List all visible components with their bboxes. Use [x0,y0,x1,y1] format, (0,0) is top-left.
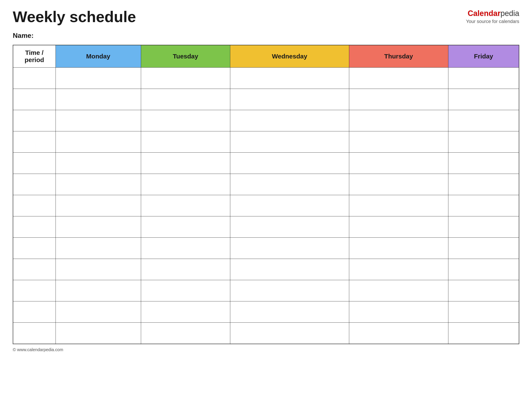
table-cell[interactable] [448,259,519,280]
table-cell[interactable] [13,323,55,344]
table-row [13,323,519,344]
col-header-friday: Friday [448,45,519,68]
table-cell[interactable] [230,110,349,131]
col-header-thursday: Thursday [349,45,448,68]
col-header-monday: Monday [55,45,141,68]
table-cell[interactable] [55,195,141,216]
col-header-time: Time / period [13,45,55,68]
table-cell[interactable] [448,110,519,131]
table-cell[interactable] [230,89,349,110]
table-header-row: Time / period Monday Tuesday Wednesday T… [13,45,519,68]
table-cell[interactable] [13,131,55,153]
table-cell[interactable] [13,216,55,238]
table-cell[interactable] [448,280,519,301]
table-cell[interactable] [141,301,230,323]
table-cell[interactable] [448,174,519,195]
footer: © www.calendarpedia.com [13,347,519,352]
table-cell[interactable] [13,301,55,323]
table-cell[interactable] [230,68,349,89]
brand-name: Calendarpedia [466,9,519,19]
table-cell[interactable] [141,216,230,238]
table-cell[interactable] [55,110,141,131]
table-cell[interactable] [448,89,519,110]
table-row [13,238,519,259]
table-cell[interactable] [448,323,519,344]
table-cell[interactable] [230,280,349,301]
table-row [13,216,519,238]
table-cell[interactable] [230,216,349,238]
table-cell[interactable] [349,280,448,301]
table-cell[interactable] [230,174,349,195]
table-row [13,110,519,131]
table-cell[interactable] [448,153,519,174]
table-cell[interactable] [349,68,448,89]
table-cell[interactable] [349,216,448,238]
table-cell[interactable] [349,174,448,195]
table-cell[interactable] [13,110,55,131]
table-cell[interactable] [448,68,519,89]
table-row [13,280,519,301]
table-cell[interactable] [141,174,230,195]
page-title: Weekly schedule [13,9,136,25]
table-cell[interactable] [141,68,230,89]
table-cell[interactable] [141,323,230,344]
table-cell[interactable] [55,131,141,153]
col-header-tuesday: Tuesday [141,45,230,68]
table-cell[interactable] [448,131,519,153]
table-cell[interactable] [448,216,519,238]
table-cell[interactable] [349,131,448,153]
table-cell[interactable] [13,174,55,195]
table-cell[interactable] [230,238,349,259]
table-cell[interactable] [230,323,349,344]
table-cell[interactable] [448,238,519,259]
table-cell[interactable] [230,131,349,153]
table-cell[interactable] [141,259,230,280]
table-cell[interactable] [55,216,141,238]
copyright-text: © www.calendarpedia.com [13,347,63,352]
table-cell[interactable] [349,301,448,323]
table-cell[interactable] [13,68,55,89]
table-cell[interactable] [55,280,141,301]
table-cell[interactable] [141,238,230,259]
table-cell[interactable] [55,301,141,323]
table-cell[interactable] [349,323,448,344]
table-cell[interactable] [141,110,230,131]
table-cell[interactable] [13,259,55,280]
table-row [13,153,519,174]
table-cell[interactable] [55,238,141,259]
table-cell[interactable] [55,153,141,174]
table-cell[interactable] [55,323,141,344]
table-cell[interactable] [13,89,55,110]
table-cell[interactable] [13,195,55,216]
table-cell[interactable] [230,301,349,323]
table-cell[interactable] [349,238,448,259]
table-cell[interactable] [230,259,349,280]
table-cell[interactable] [55,174,141,195]
table-cell[interactable] [141,280,230,301]
table-cell[interactable] [349,89,448,110]
table-cell[interactable] [349,153,448,174]
table-cell[interactable] [141,89,230,110]
table-cell[interactable] [230,195,349,216]
table-cell[interactable] [349,259,448,280]
table-cell[interactable] [448,301,519,323]
table-cell[interactable] [55,68,141,89]
table-cell[interactable] [55,259,141,280]
table-cell[interactable] [141,195,230,216]
table-cell[interactable] [230,153,349,174]
table-cell[interactable] [55,89,141,110]
table-cell[interactable] [141,153,230,174]
table-cell[interactable] [448,195,519,216]
table-cell[interactable] [349,195,448,216]
table-cell[interactable] [13,280,55,301]
table-row [13,195,519,216]
table-cell[interactable] [349,110,448,131]
table-row [13,131,519,153]
table-cell[interactable] [141,131,230,153]
schedule-table: Time / period Monday Tuesday Wednesday T… [13,45,519,344]
brand-name-regular: Calendar [468,9,501,18]
table-cell[interactable] [13,153,55,174]
table-cell[interactable] [13,238,55,259]
name-label: Name: [13,32,519,39]
page-header: Weekly schedule Calendarpedia Your sourc… [13,9,519,25]
